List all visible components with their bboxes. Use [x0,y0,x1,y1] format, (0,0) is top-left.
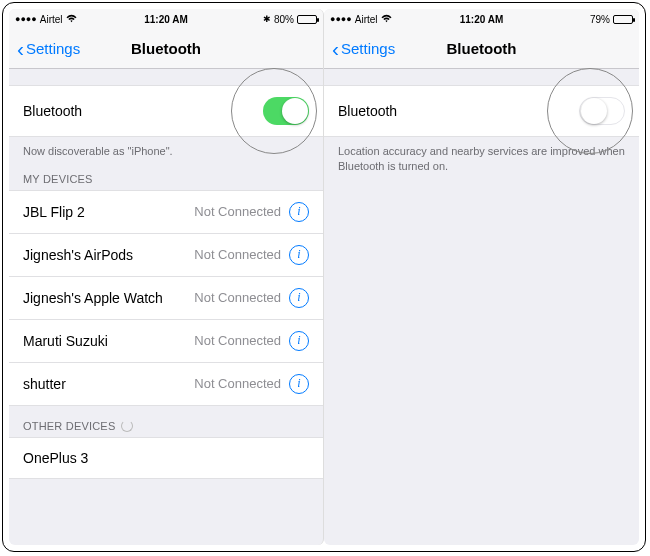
other-devices-header: OTHER DEVICES [9,406,323,437]
battery-percent: 79% [590,14,610,25]
battery-icon [613,15,633,24]
bluetooth-toggle-cell: Bluetooth [9,85,323,137]
spinner-icon [121,420,133,432]
wifi-icon [381,14,392,25]
device-status: Not Connected [194,290,281,305]
back-label: Settings [341,40,395,57]
my-devices-header: MY DEVICES [9,159,323,190]
clock: 11:20 AM [460,14,504,25]
back-button[interactable]: ‹ Settings [332,38,395,59]
phone-right: ●●●● Airtel 11:20 AM 79% ‹ Settings Blue… [324,9,639,545]
device-name: OnePlus 3 [23,450,309,466]
battery-icon [297,15,317,24]
signal-icon: ●●●● [15,14,37,24]
device-status: Not Connected [194,376,281,391]
info-icon[interactable]: i [289,331,309,351]
other-device-row[interactable]: OnePlus 3 [9,437,323,479]
signal-icon: ●●●● [330,14,352,24]
carrier-label: Airtel [40,14,63,25]
navbar: ‹ Settings Bluetooth [324,29,639,69]
bluetooth-off-footer: Location accuracy and nearby services ar… [324,137,639,174]
back-label: Settings [26,40,80,57]
device-name: shutter [23,376,194,392]
chevron-left-icon: ‹ [332,38,339,59]
device-row[interactable]: Maruti Suzuki Not Connected i [9,320,323,363]
phone-left: ●●●● Airtel 11:20 AM ✱ 80% ‹ Settings Bl… [9,9,324,545]
battery-percent: 80% [274,14,294,25]
device-status: Not Connected [194,204,281,219]
info-icon[interactable]: i [289,288,309,308]
bluetooth-label: Bluetooth [338,103,579,119]
status-bar: ●●●● Airtel 11:20 AM ✱ 80% [9,9,323,29]
info-icon[interactable]: i [289,245,309,265]
page-title: Bluetooth [447,40,517,57]
device-name: Jignesh's AirPods [23,247,194,263]
status-bar: ●●●● Airtel 11:20 AM 79% [324,9,639,29]
device-row[interactable]: Jignesh's Apple Watch Not Connected i [9,277,323,320]
device-row[interactable]: Jignesh's AirPods Not Connected i [9,234,323,277]
device-row[interactable]: JBL Flip 2 Not Connected i [9,190,323,234]
bluetooth-status-icon: ✱ [263,14,271,24]
device-name: JBL Flip 2 [23,204,194,220]
chevron-left-icon: ‹ [17,38,24,59]
navbar: ‹ Settings Bluetooth [9,29,323,69]
device-name: Jignesh's Apple Watch [23,290,194,306]
clock: 11:20 AM [144,14,188,25]
info-icon[interactable]: i [289,202,309,222]
discoverable-footer: Now discoverable as "iPhone". [9,137,323,159]
bluetooth-toggle[interactable] [263,97,309,125]
bluetooth-toggle-cell: Bluetooth [324,85,639,137]
bluetooth-label: Bluetooth [23,103,263,119]
info-icon[interactable]: i [289,374,309,394]
page-title: Bluetooth [131,40,201,57]
wifi-icon [66,14,77,25]
device-name: Maruti Suzuki [23,333,194,349]
back-button[interactable]: ‹ Settings [17,38,80,59]
device-status: Not Connected [194,247,281,262]
bluetooth-toggle[interactable] [579,97,625,125]
device-status: Not Connected [194,333,281,348]
device-row[interactable]: shutter Not Connected i [9,363,323,406]
carrier-label: Airtel [355,14,378,25]
